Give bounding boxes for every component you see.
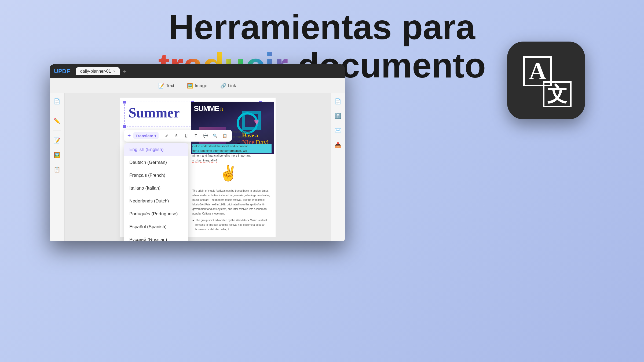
title-bar: UPDF daily-planner-01 × +	[50, 64, 345, 78]
editor-toolbar: 📝 Text 🖼️ Image 🔗 Link	[50, 78, 345, 93]
tab-label: daily-planner-01	[80, 69, 111, 74]
lang-item-russian[interactable]: Русский (Russian)	[124, 233, 188, 241]
sidebar-edit-icon[interactable]: ✏️	[52, 116, 62, 126]
underline-tool-icon[interactable]: U̲	[182, 132, 190, 139]
active-tab[interactable]: daily-planner-01 ×	[76, 67, 120, 75]
lang-item-english[interactable]: English (English)	[124, 143, 188, 156]
right-sidebar: 📄 ⬆️ ✉️ 📥	[331, 93, 345, 241]
hero-line1: Herramientas para	[0, 8, 644, 46]
graffiti-text: SUMME♫	[194, 104, 223, 113]
text-tool-icon: 📝	[158, 83, 164, 89]
link-tool-icon: 🔗	[220, 83, 226, 89]
translate-dropdown-arrow: ▾	[154, 133, 156, 138]
tab-area: daily-planner-01 × +	[76, 67, 129, 76]
link-tool-label: Link	[228, 83, 236, 88]
comment-tool-icon[interactable]: 💬	[202, 132, 209, 139]
right-sidebar-save-icon[interactable]: 📄	[333, 97, 343, 106]
translate-badge: A 文	[507, 42, 585, 119]
lang-item-dutch[interactable]: Nederlands (Dutch)	[124, 195, 188, 208]
pdf-bottom-section: The origin of music festivals can be tra…	[192, 189, 272, 232]
bottom-bullet: ■ The group spirit advocated by the Wood…	[192, 218, 272, 232]
sidebar-clipboard-icon[interactable]: 📋	[52, 165, 62, 174]
body-line6: n urban inequality?	[192, 158, 272, 163]
link-tool-button[interactable]: 🔗 Link	[217, 81, 239, 90]
peace-emoji: ✌️	[219, 165, 238, 182]
sidebar-divider-2	[53, 131, 61, 131]
lang-item-italian[interactable]: Italiano (Italian)	[124, 182, 188, 195]
text-tool-button[interactable]: 📝 Text	[155, 81, 177, 90]
letter-zh-icon: 文	[543, 81, 572, 107]
strikethrough-tool-icon[interactable]: S̶	[173, 132, 180, 139]
app-window: UPDF daily-planner-01 × + 📝 Text 🖼️ Imag…	[50, 64, 345, 241]
pdf-page: Summer ✦ Translate ▾ 🖊 S̶ U̲ T 💬 🔍	[120, 98, 276, 237]
bottom-paragraph: The origin of music festivals can be tra…	[192, 189, 272, 216]
handle-bl[interactable]	[123, 125, 126, 128]
body-highlighted-1: cial to understand the social and econom…	[192, 144, 272, 149]
bullet-text: The group spirit advocated by the Woodst…	[195, 218, 272, 232]
tab-close-button[interactable]: ×	[113, 69, 115, 73]
image-tool-button[interactable]: 🖼️ Image	[184, 81, 210, 90]
copy-tool-icon[interactable]: 📋	[221, 132, 229, 139]
right-sidebar-email-icon[interactable]: ✉️	[333, 125, 343, 135]
toolbar-sep-1	[161, 133, 161, 138]
handle-tl[interactable]	[123, 101, 126, 104]
image-tool-icon: 🖼️	[187, 83, 193, 89]
language-dropdown: English (English) Deutsch (German) Franç…	[124, 143, 188, 241]
translate-button[interactable]: Translate ▾	[133, 132, 159, 139]
right-sidebar-share-icon[interactable]: ⬆️	[333, 111, 343, 121]
sidebar-annotate-icon[interactable]: 📝	[52, 136, 62, 145]
lang-item-spanish[interactable]: Español (Spanish)	[124, 220, 188, 233]
sidebar-pages-icon[interactable]: 📄	[52, 97, 62, 106]
highlight-tool-icon[interactable]: 🖊	[163, 132, 171, 139]
teal-circle	[242, 111, 261, 130]
content-area: 📄 ✏️ 📝 🖼️ 📋 Summer	[50, 93, 345, 241]
sidebar-image-icon[interactable]: 🖼️	[52, 150, 62, 160]
image-tool-label: Image	[195, 83, 207, 88]
body-line5: niment and financial benefits more impor…	[192, 153, 272, 158]
app-logo: UPDF	[54, 68, 70, 75]
translate-badge-inner: A 文	[519, 54, 573, 107]
lang-item-french[interactable]: Français (French)	[124, 169, 188, 182]
right-sidebar-download-icon[interactable]: 📥	[333, 140, 343, 150]
bullet-marker: ■	[192, 218, 194, 232]
pdf-area: Summer ✦ Translate ▾ 🖊 S̶ U̲ T 💬 🔍	[65, 93, 331, 241]
app-name: UPDF	[54, 68, 70, 75]
new-tab-button[interactable]: +	[121, 67, 129, 76]
font-tool-icon[interactable]: T	[192, 132, 200, 139]
translate-toolbar-icon: ✦	[127, 133, 131, 139]
lang-item-german[interactable]: Deutsch (German)	[124, 156, 188, 169]
sidebar-divider-1	[53, 111, 61, 111]
lang-item-portuguese[interactable]: Português (Portuguese)	[124, 208, 188, 220]
translate-label: Translate	[136, 134, 153, 138]
text-tool-label: Text	[166, 83, 174, 88]
search-tool-icon[interactable]: 🔍	[211, 132, 219, 139]
translate-toolbar: ✦ Translate ▾ 🖊 S̶ U̲ T 💬 🔍 📋	[124, 130, 232, 142]
left-sidebar: 📄 ✏️ 📝 🖼️ 📋	[50, 93, 65, 241]
body-highlighted-2: fter a long time after the performance. …	[192, 149, 272, 153]
